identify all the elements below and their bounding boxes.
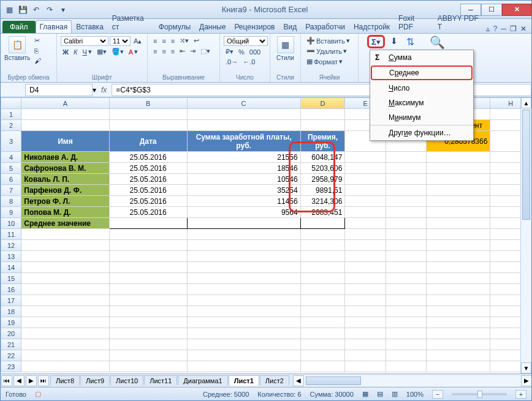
font-color-button[interactable]: A▾ <box>127 47 140 56</box>
fontsize-select[interactable]: 11 <box>110 36 131 46</box>
sheet-tab[interactable]: Лист2 <box>260 375 289 386</box>
row-10[interactable]: 10 <box>1 218 21 229</box>
percent-icon[interactable]: % <box>237 48 246 56</box>
scroll-up-icon[interactable]: ▲ <box>521 97 531 108</box>
merge-icon[interactable]: ⬚▾ <box>199 47 212 56</box>
sheet-tab[interactable]: Лист8 <box>50 375 80 386</box>
inc-decimal-icon[interactable]: .0→ <box>224 58 240 66</box>
tab-file[interactable]: Файл <box>2 21 36 33</box>
wrap-icon[interactable]: ↩ <box>192 36 201 45</box>
sheet-tab[interactable]: Лист11 <box>144 375 177 386</box>
excel-icon[interactable]: ▦ <box>3 4 15 16</box>
dropdown-sum[interactable]: ΣСумма <box>370 50 473 65</box>
cells-delete-button[interactable]: ➖ Удалить ▾ <box>305 47 349 56</box>
row-13[interactable]: 13 <box>1 251 21 262</box>
undo-icon[interactable]: ↶ <box>30 4 42 16</box>
col-B[interactable]: B <box>109 98 187 109</box>
close-button[interactable]: ✕ <box>502 4 531 16</box>
row-7[interactable]: 7 <box>1 185 21 196</box>
row-16[interactable]: 16 <box>1 284 21 295</box>
row-20[interactable]: 20 <box>1 328 21 339</box>
find-select-icon[interactable]: 🔍 <box>430 35 445 50</box>
dropdown-average[interactable]: Среднее <box>371 66 473 80</box>
hscroll-left-icon[interactable]: ◀ <box>293 375 304 386</box>
dropdown-min[interactable]: Минимум <box>370 110 473 125</box>
align-top-icon[interactable]: ≡ <box>151 37 159 45</box>
row-23[interactable]: 23 <box>1 361 21 372</box>
sheet-tab-active[interactable]: Лист1 <box>229 375 259 386</box>
zoom-in-button[interactable]: + <box>515 390 526 399</box>
row-11[interactable]: 11 <box>1 229 21 240</box>
styles-label[interactable]: Стили <box>276 54 294 61</box>
namebox-dropdown-icon[interactable]: ▾ <box>93 86 96 94</box>
col-C[interactable]: C <box>187 98 300 109</box>
horizontal-scrollbar[interactable]: ◀ ▶ <box>293 375 531 386</box>
row-5[interactable]: 5 <box>1 163 21 174</box>
currency-icon[interactable]: ₽▾ <box>224 47 235 56</box>
paste-label[interactable]: Вставить <box>4 54 30 61</box>
dropdown-count[interactable]: Число <box>370 81 473 96</box>
font-select[interactable]: Calibri <box>61 36 108 46</box>
row-18[interactable]: 18 <box>1 306 21 317</box>
col-A[interactable]: A <box>21 98 109 109</box>
zoom-out-button[interactable]: − <box>432 390 443 399</box>
copy-icon[interactable]: ⎘ <box>32 47 43 55</box>
sheet-tab[interactable]: Лист10 <box>110 375 143 386</box>
macro-record-icon[interactable]: ▢ <box>35 390 41 398</box>
row-1[interactable]: 1 <box>1 109 21 120</box>
name-box[interactable]: D4 <box>25 84 93 96</box>
sheet-nav-prev-icon[interactable]: ◀ <box>13 375 25 386</box>
window-minimize-icon[interactable]: ─ <box>501 24 506 33</box>
cut-icon[interactable]: ✂ <box>32 36 43 45</box>
hscroll-right-icon[interactable]: ▶ <box>521 375 532 386</box>
tab-view[interactable]: Вид <box>279 20 302 33</box>
align-right-icon[interactable]: ≡ <box>169 47 177 56</box>
help-icon[interactable]: ? <box>493 24 498 33</box>
tab-home[interactable]: Главная <box>36 20 72 33</box>
tab-foxit[interactable]: Foxit PDF <box>394 12 433 33</box>
row-9[interactable]: 9 <box>1 207 21 218</box>
sheet-nav-last-icon[interactable]: ⏭ <box>38 375 49 386</box>
view-pagebreak-icon[interactable]: ▥ <box>392 390 398 398</box>
align-center-icon[interactable]: ≡ <box>160 47 167 56</box>
view-layout-icon[interactable]: ▤ <box>377 390 383 398</box>
hscroll-thumb[interactable] <box>306 377 361 385</box>
fill-icon[interactable]: ⬇ <box>390 36 398 46</box>
dropdown-max[interactable]: Максимум <box>370 96 473 110</box>
paste-icon[interactable]: 📋 <box>9 36 26 53</box>
underline-button[interactable]: Ч▾ <box>80 47 93 56</box>
row-17[interactable]: 17 <box>1 295 21 306</box>
tab-data[interactable]: Данные <box>195 20 230 33</box>
view-normal-icon[interactable]: ▦ <box>362 390 368 398</box>
row-3[interactable]: 3 <box>1 131 21 152</box>
italic-button[interactable]: К <box>72 48 79 56</box>
bold-button[interactable]: Ж <box>61 48 70 56</box>
tab-addins[interactable]: Надстройк <box>349 20 394 33</box>
row-2[interactable]: 2 <box>1 120 21 131</box>
tab-insert[interactable]: Вставка <box>72 20 108 33</box>
styles-icon[interactable]: ▦ <box>277 36 294 53</box>
row-15[interactable]: 15 <box>1 273 21 284</box>
autosum-button[interactable]: Σ ▾ <box>367 35 385 48</box>
row-6[interactable]: 6 <box>1 174 21 185</box>
sheet-nav-first-icon[interactable]: ⏮ <box>1 375 12 386</box>
sheet-nav-next-icon[interactable]: ▶ <box>26 375 37 386</box>
tab-developer[interactable]: Разработчи <box>301 20 349 33</box>
vertical-scrollbar[interactable]: ▲ ▼ <box>520 97 531 373</box>
row-14[interactable]: 14 <box>1 262 21 273</box>
grow-font-icon[interactable]: A▴ <box>132 37 143 46</box>
window-restore-icon[interactable]: ❐ <box>510 24 517 33</box>
indent-dec-icon[interactable]: ⇤ <box>178 47 187 56</box>
window-close-icon[interactable]: ✕ <box>520 24 526 33</box>
indent-inc-icon[interactable]: ⇥ <box>188 47 197 56</box>
sheet-tab[interactable]: Лист9 <box>80 375 110 386</box>
row-4[interactable]: 4 <box>1 152 21 163</box>
border-button[interactable]: ▦▾ <box>95 47 108 56</box>
dec-decimal-icon[interactable]: ←.0 <box>241 58 257 66</box>
zoom-slider[interactable] <box>452 393 507 395</box>
fx-icon[interactable]: fx <box>101 86 107 94</box>
minimize-ribbon-icon[interactable]: ▵ <box>486 24 490 33</box>
format-painter-icon[interactable]: 🖌 <box>32 56 43 65</box>
comma-icon[interactable]: 000 <box>248 48 262 56</box>
scroll-down-icon[interactable]: ▼ <box>521 362 531 373</box>
